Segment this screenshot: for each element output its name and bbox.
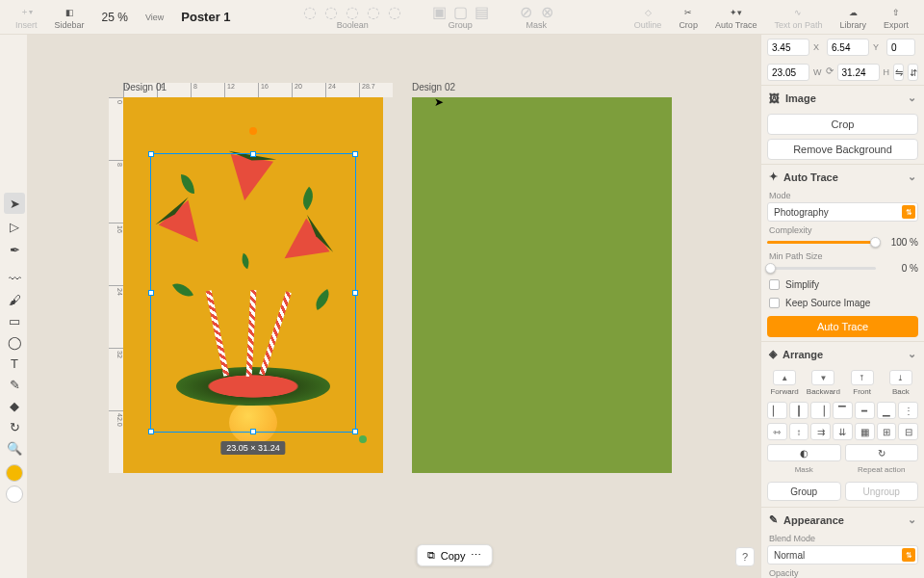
simplify-checkbox[interactable] [769,279,780,290]
keep-source-checkbox[interactable] [769,298,780,308]
blend-mode-select[interactable]: Normal ⇅ [767,545,918,565]
keep-source-checkbox-row[interactable]: Keep Source Image [761,294,924,312]
straw-graphic [246,290,257,377]
mask-icon[interactable]: ⊘ [517,4,534,19]
group-icon[interactable]: ▣ [430,4,448,19]
align-right-button[interactable]: ▕ [810,402,831,419]
crop-image-button[interactable]: Crop [767,114,918,135]
space-h-button[interactable]: ⇉ [810,423,831,440]
resize-handle-mr[interactable] [352,290,358,296]
direct-select-tool[interactable]: ▷ [4,216,25,237]
space-v-button[interactable]: ⇊ [833,423,853,440]
brush-tool[interactable]: 🖌 [4,289,25,310]
rotate-tool[interactable]: ↻ [4,416,25,437]
group-button[interactable]: Group [767,482,841,501]
text-on-path-button[interactable]: ∿ Text on Path [766,3,830,32]
boolean-union-icon[interactable]: ◌ [301,4,319,19]
align-left-button[interactable]: ▏ [767,402,787,419]
canvas[interactable]: 0481216202428.7 0816243242.0 Design 01 [27,35,760,578]
artboard-2[interactable]: Design 02 [412,97,672,473]
autotrace-button[interactable]: ✦▾ Auto Trace [707,3,765,32]
tidy-button[interactable]: ▦ [855,423,875,440]
autotrace-action-button[interactable]: Auto Trace [767,316,918,337]
rotate-handle[interactable] [249,127,257,135]
align-bottom-button[interactable]: ▁ [877,402,897,419]
pencil-tool[interactable]: 〰 [4,268,25,289]
autotrace-icon: ✦▾ [729,5,744,20]
copy-pill[interactable]: ⧉ Copy ⋯ [417,544,493,566]
front-button[interactable]: ⤒Front [845,370,880,396]
height-input[interactable] [837,64,880,81]
image-section-header[interactable]: 🖼 Image ⌄ [761,85,924,110]
backward-button[interactable]: ▼Backward [806,370,840,396]
simplify-checkbox-row[interactable]: Simplify [761,276,924,294]
insert-menu[interactable]: ＋▾ Insert [8,3,45,32]
forward-button[interactable]: ▲Forward [767,370,802,396]
eyedropper-tool[interactable]: ✎ [4,374,25,395]
misc-align-button[interactable]: ⊞ [877,423,897,440]
more-icon[interactable]: ⋯ [471,549,481,562]
crop-button[interactable]: ✂ Crop [671,3,706,32]
stroke-color-swatch[interactable] [4,484,25,505]
select-tool[interactable]: ➤ [4,193,25,214]
artboard-1[interactable]: Design 01 23.05 × 31.24 [123,97,383,473]
unmask-icon[interactable]: ⊗ [538,4,555,19]
toolbar-right: ◇ Outline ✂ Crop ✦▾ Auto Trace ∿ Text on… [627,3,916,32]
distribute-button[interactable]: ⋮ [898,402,918,419]
flip-v-button[interactable]: ⇵ [908,64,918,81]
flip-h-button[interactable]: ⇋ [893,64,904,81]
zoom-tool[interactable]: 🔍 [4,437,25,459]
boolean-subtract-icon[interactable]: ◌ [322,4,340,19]
boolean-exclude-icon[interactable]: ◌ [365,4,382,19]
min-path-slider[interactable] [767,267,876,270]
x-input[interactable] [767,39,809,56]
boolean-intersect-icon[interactable]: ◌ [344,4,361,19]
resize-handle-br[interactable] [352,429,358,434]
width-input[interactable] [767,64,809,81]
fill-color-swatch[interactable] [4,462,25,484]
ungroup-icon[interactable]: ▢ [451,4,469,19]
dist-h-button[interactable]: ⇿ [767,423,787,440]
sidebar-toggle[interactable]: ◧ Sidebar [47,3,92,32]
fill-tool[interactable]: ◆ [4,395,25,416]
lock-aspect-icon[interactable]: ⟳ [826,66,834,79]
appearance-section-header[interactable]: ✎ Appearance ⌄ [761,507,924,532]
ungroup-button[interactable]: Ungroup [845,482,919,501]
align-center-h-button[interactable]: ┃ [789,402,809,419]
align-top-button[interactable]: ▔ [833,402,853,419]
view-label: View [145,13,164,22]
rectangle-tool[interactable]: ▭ [4,310,25,331]
help-button[interactable]: ? [735,547,755,566]
text-tool[interactable]: T [4,353,25,374]
group3-icon[interactable]: ▤ [473,4,490,19]
resize-handle-ml[interactable] [148,290,154,296]
resize-handle-bl[interactable] [148,429,154,434]
pen-tool[interactable]: ✒ [4,239,25,260]
remove-background-button[interactable]: Remove Background [767,139,918,160]
zoom-level[interactable]: 25 % [94,11,136,24]
dist-v-button[interactable]: ↕ [789,423,809,440]
library-button[interactable]: ☁ Library [832,3,874,32]
h-label: H [884,67,890,77]
back-button[interactable]: ⤓Back [884,370,918,396]
view-menu[interactable]: View [138,11,171,24]
resize-handle-tl[interactable] [148,151,154,157]
ellipse-tool[interactable]: ◯ [4,331,25,353]
outline-button[interactable]: ◇ Outline [627,3,670,32]
resize-handle-tr[interactable] [352,151,358,157]
y-input[interactable] [827,39,869,56]
mask-action-button[interactable]: ◐ [767,444,841,461]
mode-select[interactable]: Photography ⇅ [767,202,918,222]
y-label: Y [873,42,883,52]
misc-align2-button[interactable]: ⊟ [898,423,918,440]
boolean-divide-icon[interactable]: ◌ [386,4,403,19]
corner-widget[interactable] [359,435,367,443]
export-button[interactable]: ⇧ Export [876,3,916,32]
complexity-slider[interactable] [767,241,876,244]
rotation-input[interactable] [886,39,915,56]
autotrace-section-header[interactable]: ✦ Auto Trace ⌄ [761,164,924,189]
align-middle-button[interactable]: ━ [855,402,875,419]
repeat-action-button[interactable]: ↻ [845,444,919,461]
arrange-section-header[interactable]: ◈ Arrange ⌄ [761,341,924,366]
min-path-label: Min Path Size [761,250,924,261]
